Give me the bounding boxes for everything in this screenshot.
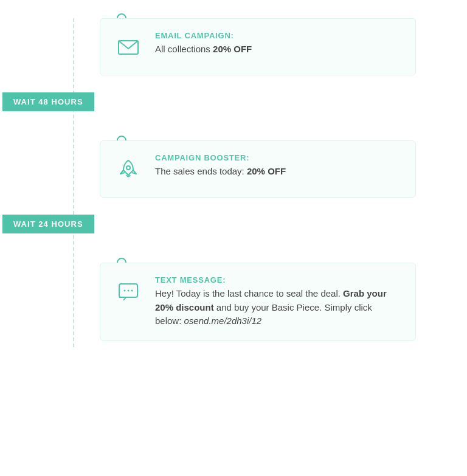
timeline-container: EMAIL CAMPAIGN: All collections 20% OFF … <box>51 18 416 347</box>
card-booster-body: The sales ends today: 20% OFF <box>155 165 401 179</box>
card-text-intro: Hey! Today is the last chance to seal th… <box>155 288 343 298</box>
card-email-content: EMAIL CAMPAIGN: All collections 20% OFF <box>155 31 401 57</box>
card-text-content: TEXT MESSAGE: Hey! Today is the last cha… <box>155 275 401 328</box>
svg-point-1 <box>126 166 130 170</box>
wait-48-row: WAIT 48 HOURS <box>51 86 416 129</box>
card-text-body: Hey! Today is the last chance to seal th… <box>155 287 401 328</box>
chat-icon-wrap <box>112 275 144 307</box>
svg-point-4 <box>128 290 130 292</box>
card-email-campaign: EMAIL CAMPAIGN: All collections 20% OFF <box>100 18 416 75</box>
card-text-message: TEXT MESSAGE: Hey! Today is the last cha… <box>100 263 416 341</box>
card-email-body-plain: All collections <box>155 44 213 54</box>
card-text-title: TEXT MESSAGE: <box>155 275 401 285</box>
email-icon-wrap <box>112 31 144 63</box>
card-booster-content: CAMPAIGN BOOSTER: The sales ends today: … <box>155 153 401 179</box>
svg-point-5 <box>131 290 133 292</box>
card-campaign-booster: CAMPAIGN BOOSTER: The sales ends today: … <box>100 140 416 198</box>
svg-point-3 <box>124 290 126 292</box>
section-text-message: TEXT MESSAGE: Hey! Today is the last cha… <box>100 263 416 341</box>
timeline-line <box>73 18 74 347</box>
wait-48-badge: WAIT 48 HOURS <box>2 92 94 111</box>
rocket-icon <box>116 157 140 181</box>
rocket-icon-wrap <box>112 153 144 185</box>
card-email-body-bold: 20% OFF <box>213 44 252 54</box>
card-booster-body-plain: The sales ends today: <box>155 166 247 176</box>
wait-24-badge: WAIT 24 HOURS <box>2 215 94 233</box>
card-email-body: All collections 20% OFF <box>155 43 401 57</box>
chat-icon <box>116 279 140 303</box>
card-booster-title: CAMPAIGN BOOSTER: <box>155 153 401 162</box>
card-email-title: EMAIL CAMPAIGN: <box>155 31 401 40</box>
section-email-campaign: EMAIL CAMPAIGN: All collections 20% OFF <box>100 18 416 75</box>
section-campaign-booster: CAMPAIGN BOOSTER: The sales ends today: … <box>100 140 416 198</box>
email-icon <box>116 35 140 59</box>
card-text-link: osend.me/2dh3i/12 <box>184 316 262 326</box>
card-booster-body-bold: 20% OFF <box>247 166 286 176</box>
wait-24-row: WAIT 24 HOURS <box>51 209 416 252</box>
